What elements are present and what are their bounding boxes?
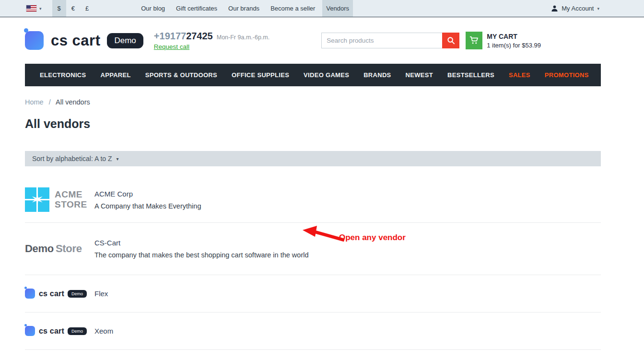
cart-items-count: 1 item(s) for $53.99 (487, 42, 541, 49)
topbar: ▾ $ € £ Our blog Gift certificates Our b… (0, 0, 644, 17)
logo-dot (24, 324, 27, 326)
cart-summary: MY CART 1 item(s) for $53.99 (487, 33, 541, 49)
star-icon: ✶ (25, 187, 49, 212)
logo-square-icon (25, 31, 44, 50)
cart-button[interactable] (466, 32, 482, 49)
breadcrumb: Home / All vendors (25, 98, 601, 106)
search-button[interactable] (442, 33, 459, 48)
cart[interactable]: MY CART 1 item(s) for $53.99 (466, 32, 541, 49)
sort-label: Sort by alphabetical: A to Z (32, 155, 112, 162)
header: cs cart Demo +1917727425 Mon-Fr 9a.m.-6p… (0, 17, 644, 64)
language-selector[interactable]: ▾ (26, 0, 42, 17)
us-flag-icon (26, 5, 36, 12)
vendor-link-cs-cart[interactable]: CS-Cart (94, 239, 309, 247)
caret-down-icon: ▾ (117, 156, 119, 162)
user-icon (551, 5, 558, 12)
nav-bestsellers[interactable]: BESTSELLERS (440, 71, 502, 79)
vendor-description: A Company that Makes Everything (94, 202, 201, 210)
caret-down-icon: ▾ (597, 6, 599, 11)
phone-block: +1917727425 Mon-Fr 9a.m.-6p.m. Request c… (154, 31, 269, 51)
vendor-row-flex: cs cart Demo Flex (25, 275, 601, 313)
currency-usd[interactable]: $ (52, 0, 66, 17)
acme-logo-text: ACME STORE (55, 190, 87, 209)
search-input[interactable] (321, 33, 442, 48)
vendor-list: ✶ ACME STORE ACME Corp A Company that Ma… (25, 177, 601, 350)
vendor-row-acme-corp: ✶ ACME STORE ACME Corp A Company that Ma… (25, 177, 601, 223)
vendor-link-xeom[interactable]: Xeom (94, 327, 113, 335)
nav-apparel[interactable]: APPAREL (93, 71, 138, 79)
cart-icon (469, 36, 479, 45)
nav-promotions[interactable]: PROMOTIONS (538, 71, 596, 79)
topbar-link-become-a-seller[interactable]: Become a seller (267, 0, 319, 17)
request-call-link[interactable]: Request call (154, 43, 189, 50)
nav-electronics[interactable]: ELECTRONICS (33, 71, 93, 79)
cs-cart-demo-logo[interactable]: cs cart Demo (25, 326, 94, 336)
my-account-menu[interactable]: My Account ▾ (551, 0, 599, 17)
logo-demo-badge: Demo (107, 33, 143, 48)
breadcrumb-current: All vendors (56, 98, 90, 106)
phone-suffix: 27425 (186, 31, 213, 41)
phone-number[interactable]: +1917727425 (154, 31, 213, 42)
logo-dot (24, 28, 28, 33)
sort-dropdown[interactable]: Sort by alphabetical: A to Z ▾ (25, 151, 601, 166)
nav-sports-outdoors[interactable]: SPORTS & OUTDOORS (138, 71, 224, 79)
vendor-link-flex[interactable]: Flex (94, 290, 108, 298)
nav-video-games[interactable]: VIDEO GAMES (296, 71, 356, 79)
currency-gbp[interactable]: £ (80, 0, 94, 17)
caret-down-icon: ▾ (39, 6, 42, 11)
search-icon (447, 36, 455, 45)
working-hours: Mon-Fr 9a.m.-6p.m. (217, 34, 269, 41)
topbar-link-our-blog[interactable]: Our blog (137, 0, 169, 17)
logo-text: cs cart (51, 32, 100, 49)
currency-selector: $ € £ (52, 0, 94, 17)
vendor-description: The company that makes the best shopping… (94, 251, 309, 259)
topbar-link-gift-certificates[interactable]: Gift certificates (172, 0, 221, 17)
topbar-link-vendors[interactable]: Vendors (322, 0, 353, 17)
cs-cart-logo[interactable]: cs cart Demo (25, 31, 143, 50)
page-title: All vendors (25, 117, 601, 131)
breadcrumb-home[interactable]: Home (25, 98, 44, 106)
nav-office-supplies[interactable]: OFFICE SUPPLIES (224, 71, 296, 79)
cart-title: MY CART (487, 33, 541, 40)
vendor-link-acme-corp[interactable]: ACME Corp (94, 190, 201, 198)
acme-store-logo[interactable]: ✶ ACME STORE (25, 187, 94, 212)
logo-square-icon (25, 326, 35, 336)
breadcrumb-separator: / (49, 98, 51, 106)
main-navigation: ELECTRONICS APPAREL SPORTS & OUTDOORS OF… (25, 64, 601, 86)
phone-prefix: +19177 (154, 31, 186, 41)
topbar-links: Our blog Gift certificates Our brands Be… (137, 0, 356, 17)
currency-eur[interactable]: € (66, 0, 80, 17)
logo-square-icon (25, 289, 35, 299)
search-bar (321, 33, 459, 48)
my-account-label: My Account (562, 5, 594, 12)
topbar-link-our-brands[interactable]: Our brands (224, 0, 263, 17)
page: ▾ $ € £ Our blog Gift certificates Our b… (0, 0, 644, 359)
nav-sales[interactable]: SALES (502, 71, 538, 79)
logo-dot (24, 287, 27, 289)
nav-newest[interactable]: NEWEST (398, 71, 440, 79)
demo-store-logo[interactable]: DemoStore (25, 243, 94, 255)
vendor-row-xeom: cs cart Demo Xeom (25, 313, 601, 350)
nav-brands[interactable]: BRANDS (356, 71, 398, 79)
acme-logo-icon: ✶ (25, 187, 49, 212)
vendor-row-cs-cart: DemoStore CS-Cart The company that makes… (25, 223, 601, 275)
cs-cart-demo-logo[interactable]: cs cart Demo (25, 289, 94, 299)
